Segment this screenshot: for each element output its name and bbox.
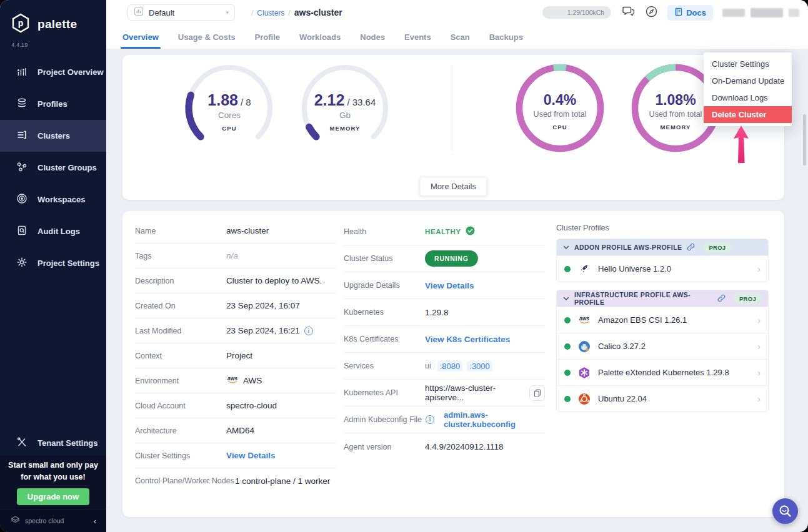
memory-usage-sub: Used from total <box>649 110 702 119</box>
svg-text:p: p <box>18 18 24 28</box>
annotation-arrow-icon <box>732 126 750 167</box>
memory-used-value: 2.12 <box>314 91 345 109</box>
tab-overview[interactable]: Overview <box>122 25 159 49</box>
status-dot <box>564 317 571 323</box>
detail-value: n/a <box>226 251 238 260</box>
sidebar-item-project-overview[interactable]: Project Overview <box>0 56 106 88</box>
service-port-link[interactable]: :8080 <box>437 361 463 372</box>
detail-row-tags: Tags n/a <box>135 244 336 268</box>
profile-pack-name: Amazon EBS CSI 1.26.1 <box>598 315 687 325</box>
memory-total-value: / 33.64 <box>347 97 376 107</box>
status-dot <box>564 370 571 376</box>
tab-scan[interactable]: Scan <box>451 25 470 49</box>
usage-summary-card: 1.88/ 8 Cores CPU 2.12/ 33.64 Gb MEMORY … <box>122 55 784 200</box>
profile-row-ubuntu[interactable]: Ubuntu 22.04 › <box>557 385 768 411</box>
tab-usage-costs[interactable]: Usage & Costs <box>178 25 236 49</box>
profile-row-hello-universe[interactable]: Hello Universe 1.2.0 › <box>557 255 768 282</box>
profile-row-calico[interactable]: Calico 3.27.2 › <box>557 333 768 359</box>
tab-events[interactable]: Events <box>404 25 431 49</box>
menu-item-download-logs[interactable]: Download Logs <box>704 89 792 106</box>
tab-nodes[interactable]: Nodes <box>360 25 385 49</box>
check-circle-icon <box>466 226 475 237</box>
tools-icon <box>16 436 27 450</box>
profile-pack-name: Palette eXtended Kubernetes 1.29.8 <box>598 368 729 377</box>
project-selector-icon <box>134 6 144 19</box>
tab-backups[interactable]: Backups <box>489 25 523 49</box>
cpu-total-value: / 8 <box>241 97 251 107</box>
profile-section-title: ADDON PROFILE AWS-PROFILE <box>574 244 682 251</box>
detail-label: Kubernetes <box>344 308 425 317</box>
calico-icon <box>578 340 591 353</box>
topbar: Default ▾ / Clusters / aws-cluster 1.29/… <box>106 0 808 25</box>
sidebar-item-workspaces[interactable]: Workspaces <box>0 184 106 215</box>
copy-button[interactable] <box>529 385 545 401</box>
compass-icon[interactable] <box>645 5 658 21</box>
menu-item-delete-cluster[interactable]: Delete Cluster <box>704 106 792 123</box>
detail-value: aws-cluster <box>226 226 269 235</box>
redacted-block <box>789 9 799 17</box>
view-k8s-certificates-link[interactable]: View K8s Certificates <box>425 335 510 344</box>
upgrade-promo: Start small and only pay for what you us… <box>0 456 106 509</box>
list-icon <box>16 129 27 142</box>
promo-text-line1: Start small and only pay <box>8 460 98 471</box>
profile-row-amazon-ebs-csi[interactable]: aws Amazon EBS CSI 1.26.1 › <box>557 307 768 333</box>
info-icon[interactable] <box>426 415 434 424</box>
sidebar-item-cluster-groups[interactable]: Cluster Groups <box>0 152 106 184</box>
feedback-widget-button[interactable] <box>772 498 798 524</box>
sidebar-item-profiles[interactable]: Profiles <box>0 88 106 120</box>
detail-row-cloud-account: Cloud Account spectro-cloud <box>135 393 336 418</box>
redacted-block <box>722 9 745 17</box>
detail-row-description: Description Cluster to deploy to AWS. <box>135 268 336 293</box>
cluster-profiles-panel: Cluster Profiles ADDON PROFILE AWS-PROFI… <box>556 224 769 420</box>
sidebar-item-tenant-settings[interactable]: Tenant Settings <box>0 430 106 456</box>
tab-workloads[interactable]: Workloads <box>299 25 341 49</box>
profile-row-pxk[interactable]: Palette eXtended Kubernetes 1.29.8 › <box>557 359 768 385</box>
infrastructure-profile-header[interactable]: INFRASTRUCTURE PROFILE AWS-PROFILE PROJ <box>557 290 768 307</box>
service-port-link[interactable]: :3000 <box>467 361 492 372</box>
health-status: HEALTHY <box>425 228 461 235</box>
breadcrumb-separator: / <box>251 9 253 17</box>
tab-profile[interactable]: Profile <box>255 25 280 49</box>
cluster-settings-view-details-link[interactable]: View Details <box>226 451 276 460</box>
cluster-tabbar: Overview Usage & Costs Profile Workloads… <box>106 25 808 49</box>
detail-label: Created On <box>135 302 226 310</box>
usage-quota-pill: 1.29/100kCh <box>542 6 611 19</box>
chevron-down-icon <box>563 244 569 251</box>
cluster-profiles-title: Cluster Profiles <box>556 224 769 232</box>
project-selector[interactable]: Default ▾ <box>127 4 235 21</box>
memory-usage-caption: MEMORY <box>661 124 691 131</box>
detail-label: Services <box>344 362 425 370</box>
breadcrumb-clusters-link[interactable]: Clusters <box>257 9 284 17</box>
more-details-button[interactable]: More Details <box>419 177 487 196</box>
palette-kubernetes-icon <box>578 367 591 379</box>
sidebar-item-clusters[interactable]: Clusters <box>0 120 106 152</box>
cpu-gauge: 1.88/ 8 Cores CPU <box>182 61 276 155</box>
promo-text-line2: for what you use! <box>21 471 85 483</box>
detail-label: Cluster Status <box>344 254 425 263</box>
upgrade-view-details-link[interactable]: View Details <box>425 281 474 290</box>
aws-logo-icon: aws <box>226 375 239 386</box>
detail-label: Name <box>135 227 226 235</box>
sidebar-item-label: Project Settings <box>37 259 99 268</box>
profile-pack-name: Calico 3.27.2 <box>598 342 646 351</box>
sidebar-footer: spectro cloud ‹ <box>0 509 106 532</box>
tab-label: Overview <box>122 32 159 42</box>
collapse-sidebar-chevron[interactable]: ‹ <box>94 516 96 526</box>
detail-value: 23 Sep 2024, 16:21 <box>226 326 300 335</box>
scrollbar-thumb[interactable] <box>803 114 806 165</box>
sidebar-item-project-settings[interactable]: Project Settings <box>0 247 106 279</box>
menu-item-cluster-settings[interactable]: Cluster Settings <box>704 56 792 72</box>
menu-item-on-demand-update[interactable]: On-Demand Update <box>704 72 792 89</box>
svg-text:aws: aws <box>579 315 589 322</box>
chat-icon[interactable] <box>621 4 636 21</box>
docs-button[interactable]: Docs <box>667 5 713 21</box>
detail-value: Project <box>226 351 252 360</box>
addon-profile-header[interactable]: ADDON PROFILE AWS-PROFILE PROJ <box>557 239 768 255</box>
cpu-caption: CPU <box>222 125 236 132</box>
info-icon[interactable] <box>304 327 313 335</box>
memory-usage-percent: 1.08% <box>655 92 696 109</box>
gauge-divider <box>452 65 452 151</box>
sidebar-item-audit-logs[interactable]: Audit Logs <box>0 215 106 247</box>
kubeconfig-download-link[interactable]: admin.aws-cluster.kubeconfig <box>444 410 545 429</box>
upgrade-now-button[interactable]: Upgrade now <box>17 488 89 505</box>
